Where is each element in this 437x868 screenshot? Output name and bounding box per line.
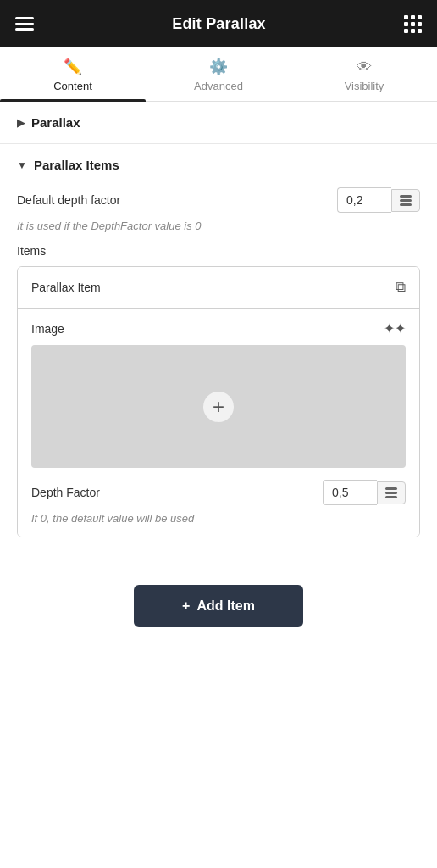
app-header: Edit Parallax	[0, 0, 437, 47]
default-depth-db-icon-btn[interactable]	[391, 189, 420, 212]
add-item-button[interactable]: + Add Item	[134, 585, 303, 627]
tab-advanced[interactable]: ⚙️ Advanced	[146, 47, 291, 101]
depth-factor-input-group	[323, 480, 406, 505]
tab-bar: ✏️ Content ⚙️ Advanced 👁 Visibility	[0, 47, 437, 102]
database-stack-icon	[400, 195, 412, 206]
grid-apps-icon[interactable]	[404, 15, 422, 33]
default-depth-field-row: Default depth factor	[17, 187, 420, 213]
depth-database-stack-icon	[385, 487, 397, 498]
depth-factor-label: Depth Factor	[31, 486, 100, 499]
image-upload-placeholder[interactable]: +	[31, 345, 406, 468]
parallax-items-section-header[interactable]: ▼ Parallax Items	[17, 158, 420, 172]
depth-factor-row: Depth Factor	[31, 480, 406, 505]
copy-item-icon[interactable]: ⧉	[396, 279, 406, 296]
image-label: Image	[31, 322, 64, 336]
items-container: Parallax Item ⧉ Image ✦✦ + Depth Factor	[17, 266, 420, 537]
tab-advanced-label: Advanced	[194, 80, 243, 92]
default-depth-label: Default depth factor	[17, 193, 120, 207]
eye-icon: 👁	[357, 59, 372, 75]
tab-content[interactable]: ✏️ Content	[0, 47, 146, 101]
image-field-row: Image ✦✦	[31, 320, 406, 337]
default-depth-input[interactable]	[337, 187, 391, 213]
parallax-items-section-label: Parallax Items	[34, 158, 119, 172]
depth-factor-db-icon-btn[interactable]	[377, 481, 406, 504]
parallax-section-header[interactable]: ▶ Parallax	[17, 115, 420, 130]
add-item-btn-wrapper: + Add Item	[0, 571, 437, 648]
add-item-label: Add Item	[196, 598, 254, 614]
page-title: Edit Parallax	[172, 15, 266, 33]
parallax-items-section: ▼ Parallax Items Default depth factor It…	[0, 144, 437, 571]
parallax-section-label: Parallax	[31, 115, 80, 130]
tab-visibility-label: Visibility	[345, 80, 384, 92]
expand-arrow-icon: ▼	[17, 159, 27, 171]
hamburger-menu-icon[interactable]	[15, 17, 34, 31]
parallax-item-header-row: Parallax Item ⧉	[18, 267, 419, 309]
depth-factor-hint: If 0, the default value will be used	[31, 512, 406, 525]
default-depth-input-group	[337, 187, 420, 213]
tab-content-label: Content	[53, 80, 92, 92]
add-item-plus-icon: +	[182, 598, 190, 614]
parallax-item-title: Parallax Item	[31, 281, 101, 294]
pencil-icon: ✏️	[64, 59, 82, 75]
collapse-arrow-icon: ▶	[17, 117, 25, 129]
items-label: Items	[17, 244, 420, 258]
depth-factor-input[interactable]	[323, 480, 377, 505]
add-image-icon: +	[203, 392, 234, 422]
main-content: ▶ Parallax ▼ Parallax Items Default dept…	[0, 102, 437, 648]
parallax-section: ▶ Parallax	[0, 102, 437, 144]
tab-visibility[interactable]: 👁 Visibility	[291, 47, 437, 101]
sparkle-move-icon[interactable]: ✦✦	[384, 320, 406, 337]
parallax-item-body: Image ✦✦ + Depth Factor	[18, 309, 419, 537]
gear-icon: ⚙️	[209, 59, 228, 75]
default-depth-hint: It is used if the DepthFactor value is 0	[17, 220, 420, 232]
